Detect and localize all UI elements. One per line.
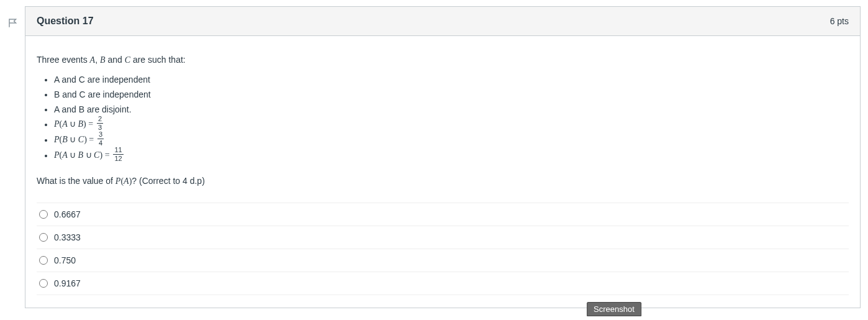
final-prefix: What is the value of: [37, 176, 115, 186]
frac-num: 11: [113, 147, 123, 155]
answer-label[interactable]: 0.750: [54, 255, 76, 265]
final-suffix: ? (Correct to 4 d.p): [132, 176, 205, 186]
fraction-ab: 2 3: [97, 116, 103, 131]
frac-den: 4: [97, 139, 104, 147]
frac-num: 3: [97, 131, 104, 139]
event-a: A: [90, 55, 96, 65]
question-body: Three events A, B and C are such that: A…: [25, 36, 860, 308]
intro-suffix: are such that:: [130, 55, 186, 65]
fraction-bc: 3 4: [97, 131, 104, 147]
intro-mid1: ,: [95, 55, 100, 65]
screenshot-badge: Screenshot: [587, 302, 641, 314]
final-math: P(A): [115, 176, 132, 186]
intro-text: Three events A, B and C are such that:: [37, 53, 849, 66]
bullet-6: P(A ∪ B ∪ C) = 11 12: [54, 148, 849, 163]
question-points: 6 pts: [830, 16, 849, 26]
bullet-1: A and C are independent: [54, 73, 849, 88]
bullet-4: P(A ∪ B) = 2 3: [54, 117, 849, 132]
flag-icon[interactable]: [7, 17, 19, 29]
answer-option[interactable]: 0.3333: [37, 226, 849, 249]
answer-label[interactable]: 0.3333: [54, 232, 81, 242]
bullet-2: B and C are independent: [54, 88, 849, 103]
intro-mid2: and: [106, 55, 125, 65]
answer-label[interactable]: 0.6667: [54, 209, 81, 219]
intro-prefix: Three events: [37, 55, 90, 65]
fraction-abc: 11 12: [113, 147, 123, 162]
event-b: B: [100, 55, 106, 65]
answers-list: 0.6667 0.3333 0.750 0.9167: [37, 203, 849, 295]
answer-option[interactable]: 0.6667: [37, 203, 849, 226]
question-box: Question 17 6 pts Three events A, B and …: [25, 6, 861, 308]
event-c: C: [125, 55, 130, 65]
answer-label[interactable]: 0.9167: [54, 278, 81, 288]
question-header: Question 17 6 pts: [25, 7, 860, 36]
bullet-5: P(B ∪ C) = 3 4: [54, 132, 849, 148]
question-title: Question 17: [37, 16, 94, 27]
frac-den: 12: [113, 155, 123, 162]
bullet-list: A and C are independent B and C are inde…: [37, 73, 849, 163]
bullet-3: A and B are disjoint.: [54, 103, 849, 117]
answer-option[interactable]: 0.750: [37, 249, 849, 272]
radio-input[interactable]: [39, 210, 48, 219]
question-container: Question 17 6 pts Three events A, B and …: [7, 6, 861, 308]
radio-input[interactable]: [39, 279, 48, 288]
frac-num: 2: [97, 116, 103, 124]
final-question: What is the value of P(A)? (Correct to 4…: [37, 175, 849, 188]
answer-option[interactable]: 0.9167: [37, 272, 849, 295]
radio-input[interactable]: [39, 256, 48, 265]
radio-input[interactable]: [39, 233, 48, 242]
